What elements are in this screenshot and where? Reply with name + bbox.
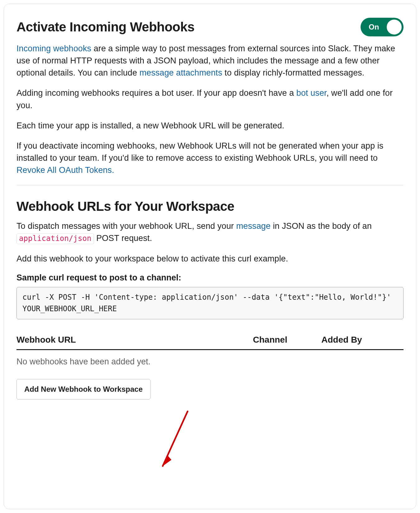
svg-line-0 [163,411,188,466]
activate-paragraph-3: Each time your app is installed, a new W… [16,120,404,132]
text: To dispatch messages with your webhook U… [16,221,236,231]
column-added-by: Added By [321,335,404,345]
svg-marker-1 [163,455,171,466]
activate-paragraph-1: Incoming webhooks are a simple way to po… [16,43,404,79]
text: POST request. [94,233,152,243]
message-link[interactable]: message [236,221,270,231]
section-divider [16,185,404,185]
activate-title: Activate Incoming Webhooks [16,20,194,35]
content-type-code: application/json [16,233,94,244]
urls-title: Webhook URLs for Your Workspace [16,199,404,214]
urls-paragraph-1: To dispatch messages with your webhook U… [16,220,404,244]
toggle-label: On [369,23,379,31]
webhook-table-header: Webhook URL Channel Added By [16,335,404,350]
revoke-tokens-link[interactable]: Revoke All OAuth Tokens. [16,165,114,175]
activate-header-row: Activate Incoming Webhooks On [16,18,404,36]
curl-code-block[interactable]: curl -X POST -H 'Content-type: applicati… [16,287,404,319]
message-attachments-link[interactable]: message attachments [139,68,222,77]
text: in JSON as the body of an [271,221,372,231]
text: If you deactivate incoming webhooks, new… [16,141,383,163]
urls-paragraph-2: Add this webhook to your workspace below… [16,253,404,265]
activate-paragraph-4: If you deactivate incoming webhooks, new… [16,140,404,176]
annotation-arrow-icon [153,408,197,477]
text: to display richly-formatted messages. [222,68,364,77]
column-webhook-url: Webhook URL [16,335,253,345]
toggle-knob-icon [387,20,402,35]
activate-toggle[interactable]: On [361,18,404,36]
incoming-webhooks-link[interactable]: Incoming webhooks [16,44,91,53]
add-webhook-button[interactable]: Add New Webhook to Workspace [16,379,151,400]
bot-user-link[interactable]: bot user [296,88,327,98]
webhooks-settings-card: Activate Incoming Webhooks On Incoming w… [4,4,416,509]
column-channel: Channel [253,335,321,345]
text: Adding incoming webhooks requires a bot … [16,88,296,98]
sample-curl-label: Sample curl request to post to a channel… [16,273,404,283]
webhook-table-empty: No webhooks have been added yet. [16,350,404,379]
activate-paragraph-2: Adding incoming webhooks requires a bot … [16,87,404,111]
